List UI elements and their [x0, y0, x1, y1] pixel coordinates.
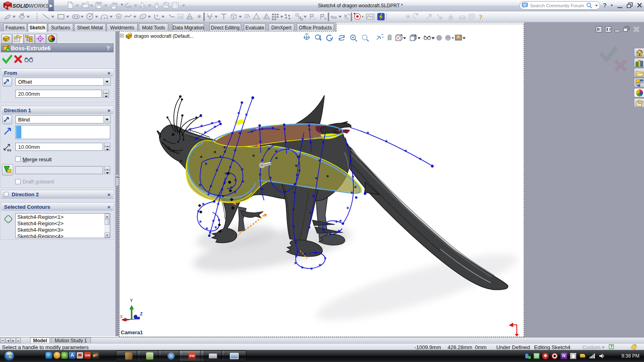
svg-text:X: X: [120, 315, 123, 319]
svg-text:Y: Y: [130, 298, 133, 303]
svg-text:Z: Z: [140, 312, 142, 316]
svg-text:?: ?: [479, 13, 483, 21]
svg-text:D1: D1: [7, 148, 12, 152]
